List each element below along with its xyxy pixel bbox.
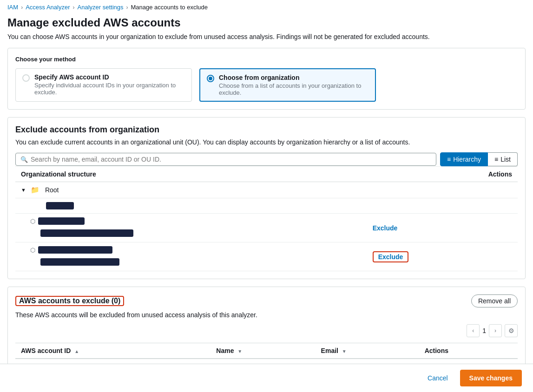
ou-sub-bar-2: [40, 258, 119, 266]
prev-page-button[interactable]: ‹: [467, 324, 480, 337]
col-header-structure: Organizational structure: [21, 170, 96, 178]
method-account-id-desc: Specify individual account IDs in your o…: [34, 82, 185, 96]
breadcrumb-iam[interactable]: IAM: [7, 4, 18, 11]
method-option-org[interactable]: Choose from organization Choose from a l…: [199, 68, 376, 102]
org-card: Exclude accounts from organization You c…: [7, 117, 526, 279]
breadcrumb-access-analyzer[interactable]: Access Analyzer: [26, 4, 70, 11]
radio-account-id[interactable]: [22, 74, 30, 82]
page-title: Manage excluded AWS accounts: [7, 16, 526, 29]
method-label: Choose your method: [15, 56, 518, 63]
col-name-header[interactable]: Name ▼: [211, 343, 315, 359]
accounts-title: AWS accounts to exclude (0): [15, 296, 124, 306]
save-button[interactable]: Save changes: [460, 370, 522, 386]
search-row: 🔍 ≡ Hierarchy ≡ List: [15, 152, 518, 166]
search-box[interactable]: 🔍: [15, 153, 436, 166]
org-card-title: Exclude accounts from organization: [15, 125, 518, 135]
method-org-desc: Choose from a list of accounts in your o…: [219, 82, 368, 96]
page-settings-button[interactable]: ⚙: [505, 324, 518, 337]
exclude-button-1[interactable]: Exclude: [373, 224, 398, 232]
org-table: ▼ 📁 Root: [15, 182, 518, 271]
accounts-title-text: AWS accounts to exclude: [19, 297, 110, 305]
col-account-id-header[interactable]: AWS account ID ▲: [15, 343, 211, 359]
table-row: ⬡ Exclude: [15, 242, 518, 271]
exclude-button-2[interactable]: Exclude: [373, 251, 409, 262]
list-label: List: [500, 156, 511, 163]
search-input[interactable]: [31, 156, 431, 163]
table-row: [15, 198, 518, 214]
page-description: You can choose AWS accounts in your orga…: [7, 33, 526, 40]
ou-bar-2: [38, 246, 112, 254]
list-view-button[interactable]: ≡ List: [488, 152, 518, 166]
view-toggle: ≡ Hierarchy ≡ List: [440, 152, 518, 166]
cancel-button[interactable]: Cancel: [421, 371, 454, 385]
sort-icon-name: ▼: [237, 349, 242, 354]
sort-icon-account-id: ▲: [74, 349, 79, 354]
hierarchy-icon: ≡: [447, 156, 451, 163]
hierarchy-label: Hierarchy: [453, 156, 481, 163]
radio-org[interactable]: [207, 75, 214, 82]
ou-bar-1: [38, 217, 85, 225]
table-row: ⬡ Exclude: [15, 214, 518, 242]
table-row: ▼ 📁 Root: [15, 182, 518, 198]
method-account-id-title: Specify AWS account ID: [34, 73, 185, 81]
collapse-icon[interactable]: ▼: [21, 187, 26, 193]
method-card: Choose your method Specify AWS account I…: [7, 48, 526, 110]
accounts-desc: These AWS accounts will be excluded from…: [15, 311, 518, 319]
folder-icon: 📁: [31, 186, 39, 194]
footer: Cancel Save changes: [0, 364, 533, 392]
breadcrumb: IAM › Access Analyzer › Analyzer setting…: [0, 0, 533, 14]
page-header: Manage excluded AWS accounts You can cho…: [0, 14, 533, 48]
list-icon: ≡: [494, 156, 498, 163]
ou-icon-2: ⬡: [30, 247, 35, 254]
col-header-actions: Actions: [488, 170, 512, 178]
root-label: Root: [45, 186, 59, 194]
hierarchy-view-button[interactable]: ≡ Hierarchy: [440, 152, 488, 166]
pagination: ‹ 1 › ⚙: [15, 324, 518, 337]
col-actions-header: Actions: [419, 343, 518, 359]
ou-icon-1: ⬡: [30, 218, 35, 225]
page-number: 1: [482, 327, 486, 334]
method-org-title: Choose from organization: [219, 74, 368, 81]
breadcrumb-analyzer-settings[interactable]: Analyzer settings: [78, 4, 124, 11]
col-email-header[interactable]: Email ▼: [316, 343, 419, 359]
account-bar-1: [46, 202, 74, 209]
remove-all-button[interactable]: Remove all: [471, 294, 518, 307]
method-option-account-id[interactable]: Specify AWS account ID Specify individua…: [15, 68, 192, 102]
accounts-count: (0): [112, 297, 121, 305]
next-page-button[interactable]: ›: [489, 324, 502, 337]
sort-icon-email: ▼: [342, 349, 347, 354]
org-card-desc: You can exclude current accounts in an o…: [15, 138, 518, 146]
org-table-header: Organizational structure Actions: [15, 166, 518, 182]
breadcrumb-current: Manage accounts to exclude: [131, 4, 208, 11]
search-icon: 🔍: [20, 156, 28, 163]
ou-sub-bar-1: [40, 229, 133, 237]
